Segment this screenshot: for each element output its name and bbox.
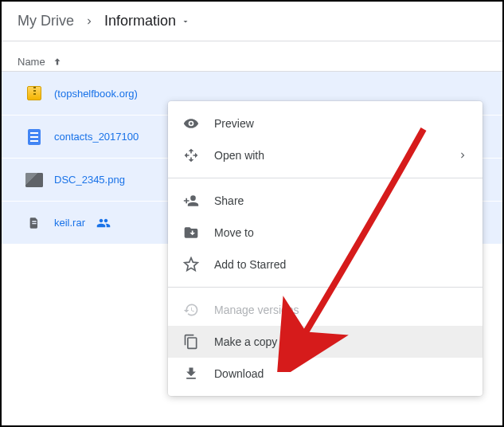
breadcrumb-bar: My Drive Information: [2, 2, 502, 41]
file-name: keil.rar: [54, 217, 85, 229]
document-file-icon: [25, 128, 43, 146]
menu-move-to[interactable]: Move to: [168, 217, 483, 249]
column-header[interactable]: Name: [2, 41, 502, 72]
menu-add-starred[interactable]: Add to Starred: [168, 249, 483, 280]
history-icon: [182, 302, 200, 318]
menu-label: Preview: [214, 117, 468, 130]
breadcrumb-root[interactable]: My Drive: [18, 13, 74, 29]
menu-label: Manage versions: [214, 304, 468, 316]
eye-icon: [182, 116, 200, 131]
open-with-icon: [182, 147, 200, 163]
copy-icon: [182, 334, 200, 350]
archive-file-icon: [25, 84, 43, 102]
star-icon: [182, 257, 200, 272]
rar-file-icon: [25, 214, 43, 232]
menu-label: Add to Starred: [214, 258, 468, 271]
context-menu: Preview Open with Share Move to Add to S…: [168, 101, 483, 396]
sort-ascending-icon: [52, 57, 63, 68]
file-name: contacts_2017100: [54, 131, 139, 143]
file-name: (topshelfbook.org): [54, 88, 138, 100]
chevron-right-icon: [84, 16, 95, 27]
download-icon: [182, 366, 200, 382]
menu-label: Move to: [214, 226, 468, 239]
person-add-icon: [182, 193, 200, 209]
menu-preview[interactable]: Preview: [168, 108, 483, 139]
image-file-icon: [25, 171, 43, 189]
breadcrumb-current[interactable]: Information: [104, 13, 190, 29]
shared-icon: [96, 216, 111, 230]
dropdown-caret-icon: [181, 17, 190, 26]
menu-label: Download: [214, 367, 468, 380]
chevron-right-icon: [457, 150, 468, 161]
menu-label: Open with: [214, 149, 443, 162]
menu-make-copy[interactable]: Make a copy: [168, 326, 483, 358]
column-name-label: Name: [18, 56, 45, 68]
folder-move-icon: [182, 225, 200, 241]
menu-share[interactable]: Share: [168, 185, 483, 217]
menu-divider: [168, 287, 483, 288]
menu-download[interactable]: Download: [168, 358, 483, 390]
menu-label: Make a copy: [214, 335, 468, 348]
breadcrumb-current-label: Information: [104, 13, 176, 29]
menu-open-with[interactable]: Open with: [168, 139, 483, 171]
menu-label: Share: [214, 194, 468, 207]
file-name: DSC_2345.png: [54, 174, 125, 186]
menu-manage-versions: Manage versions: [168, 294, 483, 326]
menu-divider: [168, 178, 483, 178]
